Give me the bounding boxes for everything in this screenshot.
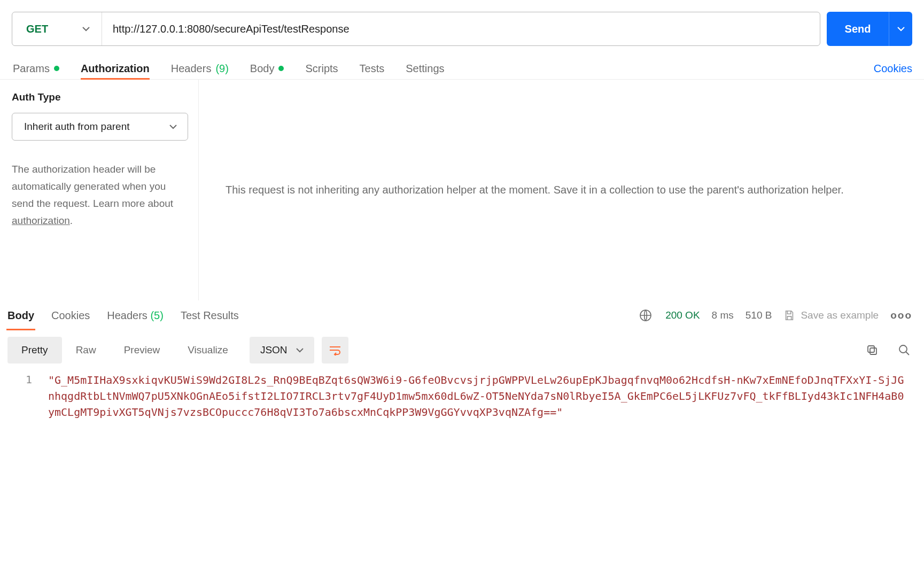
response-size: 510 B: [746, 310, 772, 321]
send-button[interactable]: Send: [827, 12, 889, 46]
auth-panel: Auth Type Inherit auth from parent The a…: [0, 80, 199, 300]
save-as-example-button[interactable]: Save as example: [783, 310, 879, 321]
tab-params[interactable]: Params: [13, 58, 59, 79]
dot-indicator-icon: [278, 66, 284, 71]
http-method-label: GET: [26, 23, 48, 35]
response-body: 1 "G_M5mIIHaX9sxkiqvKU5WiS9Wd2GI8L2s_RnQ…: [0, 369, 924, 420]
view-actions-right: [864, 342, 912, 358]
cookies-link[interactable]: Cookies: [874, 63, 912, 75]
more-actions-button[interactable]: ooo: [890, 310, 912, 321]
tab-headers-count: (9): [215, 63, 228, 75]
line-number: 1: [7, 372, 48, 420]
tab-scripts[interactable]: Scripts: [305, 58, 338, 79]
tab-headers-label: Headers: [171, 63, 212, 75]
request-bar: GET Send: [0, 0, 924, 46]
svg-rect-1: [870, 348, 876, 354]
view-pretty[interactable]: Pretty: [7, 337, 62, 363]
tab-headers[interactable]: Headers (9): [171, 58, 229, 79]
request-tabs: Params Authorization Headers (9) Body Sc…: [0, 46, 924, 80]
res-tab-headers-label: Headers: [107, 310, 147, 322]
tab-tests[interactable]: Tests: [360, 58, 385, 79]
http-method-select[interactable]: GET: [12, 12, 102, 45]
body-language-label: JSON: [260, 344, 288, 356]
dot-indicator-icon: [54, 66, 59, 71]
globe-icon[interactable]: [638, 307, 654, 323]
tab-tests-label: Tests: [360, 63, 385, 75]
response-tabs: Body Cookies Headers (5) Test Results 20…: [0, 300, 924, 330]
save-icon: [783, 310, 795, 321]
res-tab-body[interactable]: Body: [6, 300, 35, 330]
res-tab-headers-count: (5): [150, 310, 163, 322]
auth-info-message: This request is not inheriting any autho…: [226, 182, 844, 198]
tab-settings[interactable]: Settings: [406, 58, 444, 79]
body-language-select[interactable]: JSON: [250, 337, 314, 363]
auth-description: The authorization header will be automat…: [12, 161, 185, 229]
wrap-lines-button[interactable]: [322, 337, 348, 363]
tab-body-label: Body: [250, 63, 275, 75]
res-tab-test-results[interactable]: Test Results: [180, 300, 240, 330]
auth-type-selected: Inherit auth from parent: [24, 121, 130, 133]
tab-body[interactable]: Body: [250, 58, 284, 79]
search-icon: [898, 344, 911, 357]
tab-authorization-label: Authorization: [81, 63, 150, 75]
tab-params-label: Params: [13, 63, 50, 75]
view-visualize[interactable]: Visualize: [174, 337, 242, 363]
copy-icon: [866, 344, 879, 357]
send-button-group: Send: [827, 12, 912, 46]
search-response-button[interactable]: [896, 342, 912, 358]
response-time: 8 ms: [712, 310, 734, 321]
tab-scripts-label: Scripts: [305, 63, 338, 75]
svg-point-3: [899, 345, 907, 353]
chevron-down-icon: [169, 124, 177, 129]
chevron-down-icon: [296, 347, 304, 353]
view-preview[interactable]: Preview: [110, 337, 174, 363]
auth-type-title: Auth Type: [12, 91, 185, 103]
url-box: GET: [12, 12, 820, 46]
response-body-text[interactable]: "G_M5mIIHaX9sxkiqvKU5WiS9Wd2GI8L2s_RnQ9B…: [48, 372, 917, 420]
copy-response-button[interactable]: [864, 342, 880, 358]
authorization-docs-link[interactable]: authorization: [12, 215, 70, 226]
view-raw[interactable]: Raw: [62, 337, 110, 363]
res-tab-headers[interactable]: Headers (5): [106, 300, 165, 330]
auth-info-pane: This request is not inheriting any autho…: [199, 80, 924, 300]
request-url-input[interactable]: [102, 12, 820, 45]
res-tab-cookies[interactable]: Cookies: [50, 300, 91, 330]
chevron-down-icon: [82, 26, 90, 32]
tab-settings-label: Settings: [406, 63, 444, 75]
auth-panel-row: Auth Type Inherit auth from parent The a…: [0, 80, 924, 300]
auth-desc-text: The authorization header will be automat…: [12, 164, 173, 209]
auth-desc-post: .: [70, 215, 73, 226]
body-view-toggle: Pretty Raw Preview Visualize: [7, 337, 242, 363]
auth-type-select[interactable]: Inherit auth from parent: [12, 113, 188, 141]
response-meta: 200 OK 8 ms 510 B Save as example ooo: [638, 307, 912, 323]
wrap-icon: [329, 345, 341, 355]
svg-rect-2: [868, 346, 874, 352]
response-view-bar: Pretty Raw Preview Visualize JSON: [0, 330, 924, 369]
send-dropdown-button[interactable]: [889, 12, 912, 46]
tab-authorization[interactable]: Authorization: [81, 58, 150, 79]
save-as-example-label: Save as example: [801, 310, 879, 321]
response-status: 200 OK: [665, 310, 700, 321]
